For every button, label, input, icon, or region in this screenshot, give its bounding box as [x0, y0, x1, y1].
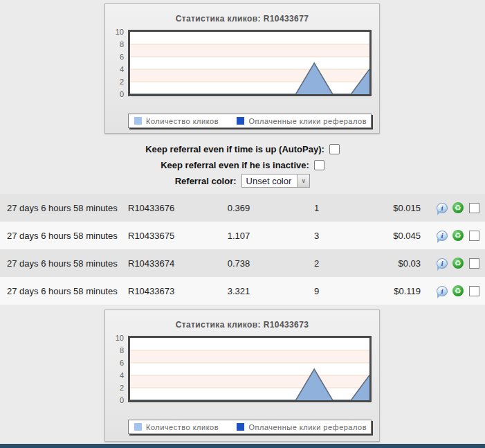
paid-clicks-swatch-icon [237, 117, 244, 125]
referral-time: 27 days 6 hours 58 minutes [0, 286, 128, 296]
referral-time: 27 days 6 hours 58 minutes [0, 203, 128, 213]
info-icon[interactable]: i [437, 258, 448, 269]
footer-band [0, 444, 485, 448]
y-tick-label: 2 [105, 78, 124, 87]
referral-time: 27 days 6 hours 58 minutes [0, 258, 128, 269]
referral-table: 27 days 6 hours 58 minutes R10433676 0.3… [0, 194, 485, 305]
legend-item-clicks: Количество кликов [134, 423, 219, 431]
legend-label: Оплаченные клики рефералов [248, 117, 367, 125]
y-tick-label: 2 [105, 384, 124, 393]
y-tick-label: 8 [105, 346, 124, 355]
chart-title: Статистика кликов: R10433677 [105, 4, 379, 24]
legend-item-clicks: Количество кликов [134, 117, 219, 125]
referral-id: R10433674 [128, 258, 208, 269]
chart-legend: Количество кликов Оплаченные клики рефер… [128, 114, 372, 128]
referral-color-value: Unset color [242, 174, 298, 187]
referral-color-label: Referral color: [175, 176, 237, 186]
paid-clicks-swatch-icon [237, 423, 244, 431]
y-axis: 1086420 [105, 30, 126, 96]
referral-color-row: Referral color: Unset color ∨ [0, 174, 485, 187]
referral-id: R10433675 [128, 231, 208, 241]
row-actions: i ♻ [437, 258, 479, 269]
row-actions: i ♻ [437, 285, 479, 296]
referral-clicks: 3 [270, 231, 363, 241]
row-actions: i ♻ [437, 202, 479, 213]
row-actions: i ♻ [437, 230, 479, 241]
chevron-down-icon[interactable]: ∨ [297, 174, 309, 187]
referral-earnings: $0.015 [363, 203, 421, 213]
y-tick-label: 10 [105, 28, 124, 37]
inactive-row: Keep referral even if he is inactive: [0, 159, 485, 171]
referral-clicks: 2 [270, 258, 363, 269]
referral-id: R10433676 [128, 203, 208, 213]
legend-label: Количество кликов [146, 423, 219, 431]
chart-title: Статистика кликов: R10433673 [105, 310, 379, 330]
table-row: 27 days 6 hours 58 minutes R10433673 3.3… [0, 277, 485, 305]
y-tick-label: 0 [105, 90, 124, 99]
y-tick-label: 4 [105, 65, 124, 74]
inactive-checkbox[interactable] [314, 160, 324, 170]
y-tick-label: 10 [105, 334, 124, 343]
info-icon[interactable]: i [437, 286, 448, 296]
legend-label: Оплаченные клики рефералов [248, 423, 367, 431]
row-checkbox[interactable] [469, 231, 479, 241]
click-stats-panel-bottom: Статистика кликов: R10433673 1086420 Кол… [104, 310, 380, 442]
info-icon[interactable]: i [437, 231, 448, 241]
referral-options-form: Keep referral even if time is up (AutoPa… [0, 143, 485, 190]
row-checkbox[interactable] [469, 258, 479, 269]
recycle-icon[interactable]: ♻ [452, 202, 464, 213]
click-stats-panel-top: Статистика кликов: R10433677 1086420 Кол… [104, 3, 380, 134]
referral-avg: 1.107 [208, 231, 270, 241]
y-tick-label: 0 [105, 396, 124, 405]
referral-avg: 3.321 [208, 286, 270, 296]
chart-area: 1086420 [105, 336, 379, 402]
autopay-checkbox[interactable] [329, 144, 340, 154]
y-tick-label: 4 [105, 371, 124, 380]
autopay-row: Keep referral even if time is up (AutoPa… [0, 143, 485, 155]
autopay-label: Keep referral even if time is up (AutoPa… [145, 144, 324, 154]
recycle-icon[interactable]: ♻ [452, 258, 464, 269]
legend-label: Количество кликов [146, 117, 219, 125]
recycle-icon[interactable]: ♻ [452, 285, 464, 296]
legend-item-paid-clicks: Оплаченные клики рефералов [237, 423, 367, 431]
clicks-swatch-icon [134, 117, 142, 125]
inactive-label: Keep referral even if he is inactive: [161, 160, 309, 170]
y-tick-label: 8 [105, 40, 124, 49]
chart-plot [128, 336, 372, 402]
y-tick-label: 6 [105, 53, 124, 62]
table-row: 27 days 6 hours 58 minutes R10433676 0.3… [0, 194, 485, 222]
chart-area: 1086420 [105, 30, 379, 96]
referral-earnings: $0.03 [363, 258, 421, 269]
y-axis: 1086420 [105, 336, 126, 402]
clicks-swatch-icon [134, 423, 142, 431]
row-checkbox[interactable] [469, 286, 479, 296]
referral-id: R10433673 [128, 286, 208, 296]
referral-clicks: 9 [270, 286, 363, 296]
referral-time: 27 days 6 hours 58 minutes [0, 231, 128, 241]
chart-plot [128, 30, 372, 96]
referral-clicks: 1 [270, 203, 363, 213]
legend-item-paid-clicks: Оплаченные клики рефералов [237, 117, 367, 125]
y-tick-label: 6 [105, 359, 124, 368]
referral-earnings: $0.045 [363, 231, 421, 241]
chart-legend: Количество кликов Оплаченные клики рефер… [128, 420, 372, 434]
recycle-icon[interactable]: ♻ [452, 230, 464, 241]
referral-avg: 0.738 [208, 258, 270, 269]
row-checkbox[interactable] [469, 203, 479, 213]
table-row: 27 days 6 hours 58 minutes R10433675 1.1… [0, 222, 485, 249]
referral-color-select[interactable]: Unset color ∨ [241, 174, 311, 188]
info-icon[interactable]: i [437, 203, 448, 213]
referral-earnings: $0.119 [363, 286, 421, 296]
table-row: 27 days 6 hours 58 minutes R10433674 0.7… [0, 249, 485, 277]
referral-avg: 0.369 [208, 203, 270, 213]
